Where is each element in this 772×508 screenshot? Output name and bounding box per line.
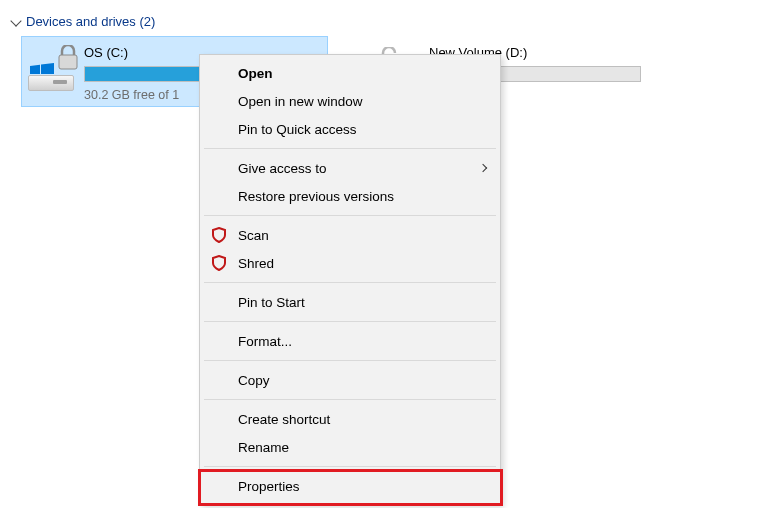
chevron-down-icon xyxy=(10,15,21,26)
group-title: Devices and drives (2) xyxy=(26,14,155,29)
menu-scan[interactable]: Scan xyxy=(202,221,498,249)
devices-group-header[interactable]: Devices and drives (2) xyxy=(0,0,772,37)
menu-shred[interactable]: Shred xyxy=(202,249,498,277)
menu-create-shortcut[interactable]: Create shortcut xyxy=(202,405,498,433)
context-menu: Open Open in new window Pin to Quick acc… xyxy=(199,54,501,505)
drive-c-usage-fill xyxy=(85,67,214,81)
menu-give-access-to[interactable]: Give access to xyxy=(202,154,498,182)
menu-rename[interactable]: Rename xyxy=(202,433,498,461)
mcafee-shield-icon xyxy=(210,226,228,244)
menu-separator xyxy=(204,321,496,322)
menu-pin-to-start[interactable]: Pin to Start xyxy=(202,288,498,316)
svg-rect-4 xyxy=(59,55,77,69)
menu-open-new-window[interactable]: Open in new window xyxy=(202,87,498,115)
chevron-right-icon xyxy=(479,164,487,172)
menu-separator xyxy=(204,282,496,283)
menu-separator xyxy=(204,215,496,216)
menu-separator xyxy=(204,148,496,149)
menu-open[interactable]: Open xyxy=(202,59,498,87)
menu-properties[interactable]: Properties xyxy=(202,472,498,500)
drive-c-icon xyxy=(28,45,74,91)
menu-separator xyxy=(204,399,496,400)
menu-separator xyxy=(204,360,496,361)
menu-pin-quick-access[interactable]: Pin to Quick access xyxy=(202,115,498,143)
menu-format[interactable]: Format... xyxy=(202,327,498,355)
mcafee-shield-icon xyxy=(210,254,228,272)
svg-marker-0 xyxy=(30,65,40,74)
svg-marker-1 xyxy=(41,63,54,74)
menu-separator xyxy=(204,466,496,467)
menu-copy[interactable]: Copy xyxy=(202,366,498,394)
lock-icon xyxy=(58,45,78,71)
menu-restore-previous-versions[interactable]: Restore previous versions xyxy=(202,182,498,210)
